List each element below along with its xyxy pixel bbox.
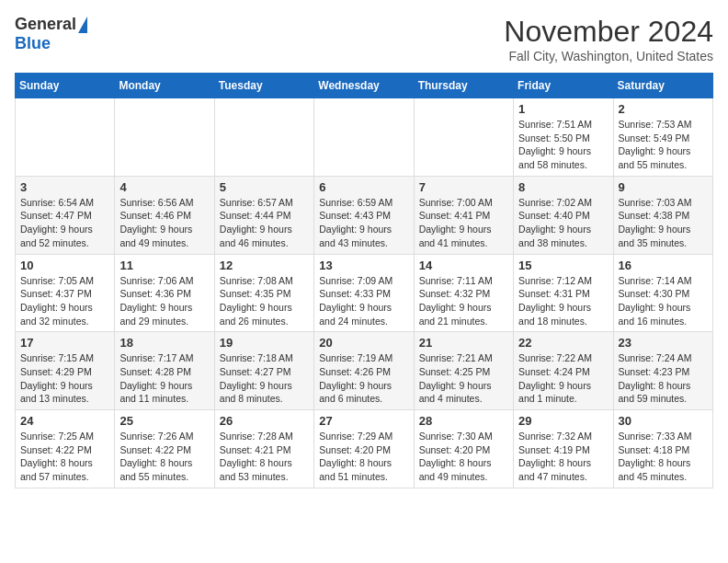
location-text: Fall City, Washington, United States: [504, 49, 713, 63]
day-info: Sunrise: 7:51 AMSunset: 5:50 PMDaylight:…: [518, 118, 608, 172]
calendar-cell: 6Sunrise: 6:59 AMSunset: 4:43 PMDaylight…: [314, 176, 414, 254]
day-info: Sunrise: 6:57 AMSunset: 4:44 PMDaylight:…: [220, 196, 309, 250]
title-block: November 2024 Fall City, Washington, Uni…: [504, 15, 713, 63]
day-info: Sunrise: 7:05 AMSunset: 4:37 PMDaylight:…: [20, 274, 109, 328]
calendar-cell: 18Sunrise: 7:17 AMSunset: 4:28 PMDayligh…: [115, 332, 214, 410]
calendar-cell: 8Sunrise: 7:02 AMSunset: 4:40 PMDaylight…: [514, 176, 613, 254]
calendar-cell: 13Sunrise: 7:09 AMSunset: 4:33 PMDayligh…: [314, 254, 414, 332]
calendar-cell: 11Sunrise: 7:06 AMSunset: 4:36 PMDayligh…: [115, 254, 214, 332]
calendar-cell: [214, 98, 313, 177]
calendar-week-row: 17Sunrise: 7:15 AMSunset: 4:29 PMDayligh…: [16, 332, 713, 410]
day-info: Sunrise: 6:56 AMSunset: 4:46 PMDaylight:…: [119, 196, 209, 250]
calendar-week-row: 3Sunrise: 6:54 AMSunset: 4:47 PMDaylight…: [16, 176, 713, 254]
day-number: 22: [518, 336, 608, 350]
weekday-header: Monday: [115, 74, 214, 98]
day-number: 3: [20, 180, 109, 194]
day-info: Sunrise: 7:02 AMSunset: 4:40 PMDaylight:…: [518, 196, 608, 250]
day-number: 30: [619, 414, 708, 428]
day-info: Sunrise: 6:59 AMSunset: 4:43 PMDaylight:…: [319, 196, 408, 250]
day-number: 12: [220, 259, 309, 272]
calendar-cell: 15Sunrise: 7:12 AMSunset: 4:31 PMDayligh…: [514, 254, 613, 332]
day-number: 28: [419, 414, 508, 428]
day-number: 11: [119, 259, 209, 272]
calendar-cell: 25Sunrise: 7:26 AMSunset: 4:22 PMDayligh…: [115, 410, 214, 488]
day-info: Sunrise: 7:30 AMSunset: 4:20 PMDaylight:…: [419, 430, 508, 484]
calendar-cell: 9Sunrise: 7:03 AMSunset: 4:38 PMDaylight…: [613, 176, 712, 254]
day-info: Sunrise: 7:17 AMSunset: 4:28 PMDaylight:…: [119, 351, 209, 406]
day-number: 18: [119, 336, 209, 350]
day-number: 19: [220, 336, 309, 350]
calendar-cell: 19Sunrise: 7:18 AMSunset: 4:27 PMDayligh…: [214, 332, 313, 410]
day-number: 20: [319, 336, 408, 350]
calendar-cell: 24Sunrise: 7:25 AMSunset: 4:22 PMDayligh…: [16, 410, 115, 488]
day-info: Sunrise: 7:32 AMSunset: 4:19 PMDaylight:…: [518, 430, 608, 484]
day-number: 24: [20, 414, 109, 428]
day-number: 15: [518, 259, 608, 272]
calendar-cell: 30Sunrise: 7:33 AMSunset: 4:18 PMDayligh…: [613, 410, 712, 488]
day-number: 6: [319, 180, 408, 194]
calendar-table: SundayMondayTuesdayWednesdayThursdayFrid…: [15, 73, 713, 488]
day-info: Sunrise: 7:26 AMSunset: 4:22 PMDaylight:…: [119, 430, 209, 484]
logo-blue-text: Blue: [15, 34, 51, 53]
day-number: 25: [119, 414, 209, 428]
day-info: Sunrise: 7:15 AMSunset: 4:29 PMDaylight:…: [20, 351, 109, 406]
calendar-cell: 7Sunrise: 7:00 AMSunset: 4:41 PMDaylight…: [414, 176, 513, 254]
calendar-cell: [314, 98, 414, 177]
day-number: 14: [419, 259, 508, 272]
weekday-header: Tuesday: [214, 74, 313, 98]
day-number: 10: [20, 259, 109, 272]
calendar-cell: 17Sunrise: 7:15 AMSunset: 4:29 PMDayligh…: [16, 332, 115, 410]
day-number: 21: [419, 336, 508, 350]
day-info: Sunrise: 7:06 AMSunset: 4:36 PMDaylight:…: [119, 274, 209, 328]
calendar-cell: 1Sunrise: 7:51 AMSunset: 5:50 PMDaylight…: [514, 98, 613, 177]
day-number: 5: [220, 180, 309, 194]
day-info: Sunrise: 7:14 AMSunset: 4:30 PMDaylight:…: [619, 274, 708, 328]
calendar-cell: 4Sunrise: 6:56 AMSunset: 4:46 PMDaylight…: [115, 176, 214, 254]
weekday-header: Friday: [514, 74, 613, 98]
day-number: 26: [220, 414, 309, 428]
day-info: Sunrise: 7:00 AMSunset: 4:41 PMDaylight:…: [419, 196, 508, 250]
calendar-cell: 22Sunrise: 7:22 AMSunset: 4:24 PMDayligh…: [514, 332, 613, 410]
logo: General Blue: [15, 15, 87, 53]
day-info: Sunrise: 7:18 AMSunset: 4:27 PMDaylight:…: [220, 351, 309, 406]
day-number: 23: [619, 336, 708, 350]
day-info: Sunrise: 7:09 AMSunset: 4:33 PMDaylight:…: [319, 274, 408, 328]
day-number: 4: [119, 180, 209, 194]
day-number: 2: [619, 102, 708, 116]
calendar-cell: [16, 98, 115, 177]
calendar-cell: 26Sunrise: 7:28 AMSunset: 4:21 PMDayligh…: [214, 410, 313, 488]
calendar-body: 1Sunrise: 7:51 AMSunset: 5:50 PMDaylight…: [16, 98, 713, 488]
calendar-cell: 14Sunrise: 7:11 AMSunset: 4:32 PMDayligh…: [414, 254, 513, 332]
day-info: Sunrise: 7:53 AMSunset: 5:49 PMDaylight:…: [619, 118, 708, 172]
day-info: Sunrise: 7:11 AMSunset: 4:32 PMDaylight:…: [419, 274, 508, 328]
weekday-header: Thursday: [414, 74, 513, 98]
calendar-cell: 27Sunrise: 7:29 AMSunset: 4:20 PMDayligh…: [314, 410, 414, 488]
day-number: 13: [319, 259, 408, 272]
weekday-header: Sunday: [16, 74, 115, 98]
page-header: General Blue November 2024 Fall City, Wa…: [15, 15, 713, 63]
day-info: Sunrise: 7:33 AMSunset: 4:18 PMDaylight:…: [619, 430, 708, 484]
day-info: Sunrise: 6:54 AMSunset: 4:47 PMDaylight:…: [20, 196, 109, 250]
day-info: Sunrise: 7:03 AMSunset: 4:38 PMDaylight:…: [619, 196, 708, 250]
day-info: Sunrise: 7:12 AMSunset: 4:31 PMDaylight:…: [518, 274, 608, 328]
day-info: Sunrise: 7:28 AMSunset: 4:21 PMDaylight:…: [220, 430, 309, 484]
calendar-cell: 16Sunrise: 7:14 AMSunset: 4:30 PMDayligh…: [613, 254, 712, 332]
weekday-header: Wednesday: [314, 74, 414, 98]
calendar-cell: 21Sunrise: 7:21 AMSunset: 4:25 PMDayligh…: [414, 332, 513, 410]
day-number: 27: [319, 414, 408, 428]
calendar-cell: [115, 98, 214, 177]
calendar-cell: [414, 98, 513, 177]
month-title: November 2024: [504, 15, 713, 49]
day-info: Sunrise: 7:22 AMSunset: 4:24 PMDaylight:…: [518, 351, 608, 406]
day-info: Sunrise: 7:29 AMSunset: 4:20 PMDaylight:…: [319, 430, 408, 484]
calendar-cell: 2Sunrise: 7:53 AMSunset: 5:49 PMDaylight…: [613, 98, 712, 177]
calendar-week-row: 24Sunrise: 7:25 AMSunset: 4:22 PMDayligh…: [16, 410, 713, 488]
day-info: Sunrise: 7:24 AMSunset: 4:23 PMDaylight:…: [619, 351, 708, 406]
day-number: 8: [518, 180, 608, 194]
day-number: 16: [619, 259, 708, 272]
calendar-cell: 10Sunrise: 7:05 AMSunset: 4:37 PMDayligh…: [16, 254, 115, 332]
weekday-row: SundayMondayTuesdayWednesdayThursdayFrid…: [16, 74, 713, 98]
day-number: 1: [518, 102, 608, 116]
day-info: Sunrise: 7:19 AMSunset: 4:26 PMDaylight:…: [319, 351, 408, 406]
weekday-header: Saturday: [613, 74, 712, 98]
